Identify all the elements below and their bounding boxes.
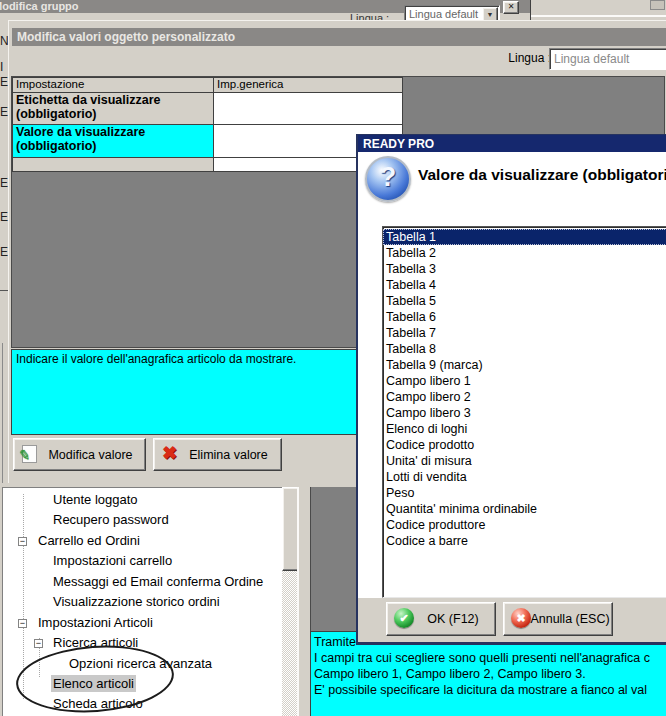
edge-letter: I [0,60,3,74]
list-item[interactable]: Tabella 7 [383,325,666,341]
edge-line [2,343,3,483]
collapse-icon[interactable]: − [18,537,27,546]
list-item[interactable]: Tabella 2 [383,245,666,261]
panel-edge-highlight [531,15,666,17]
dialog-heading: Valore da visualizzare (obbligatorio) [418,166,666,184]
collapse-icon[interactable]: − [34,639,43,648]
modify-value-label: Modifica valore [36,439,145,470]
tree-item-storico-ordini[interactable]: Visualizzazione storico ordini [3,592,282,612]
table-row[interactable] [13,158,403,172]
tree-item-impostazioni-carrello[interactable]: Impostazioni carrello [3,551,282,571]
edge-letter: E [0,75,8,89]
list-item[interactable]: Quantita' minima ordinabile [383,501,666,517]
close-icon[interactable]: ✕ [503,1,519,14]
cancel-label: Annulla (ESC) [530,603,610,635]
list-item[interactable]: Unita' di misura [383,453,666,469]
list-item[interactable]: Elenco di loghi [383,421,666,437]
screen: { "icons": { "close": "✕", "dropdown": "… [0,0,666,716]
background-language-value: Lingua default [409,8,478,20]
tree-scrollbar[interactable] [282,487,297,716]
tree-item-recupero-password[interactable]: Recupero password [3,510,282,530]
occluded-window-edge: N I E E E E E [0,28,8,483]
edit-note-icon: ✎ [22,445,37,463]
modify-value-button[interactable]: ✎ Modifica valore [13,438,146,471]
list-item[interactable]: Campo libero 2 [383,389,666,405]
setting-label-empty[interactable] [13,158,214,172]
settings-table: Impostazione Imp.generica Etichetta da v… [12,77,403,172]
help-line: E' possibile specificare la dicitura da … [311,682,666,698]
list-item[interactable]: Codice a barre [383,533,666,549]
language-label: Lingua : [497,51,551,65]
table-header-row: Impostazione Imp.generica [13,78,403,93]
question-icon: ? [365,156,411,202]
edge-letter: E [0,210,8,224]
tree-item-impostazioni-articoli[interactable]: − Impostazioni Articoli [3,613,282,633]
list-item[interactable]: Tabella 1 [383,229,666,245]
edge-letter: E [0,245,8,259]
edge-letter: E [0,105,8,119]
list-item[interactable]: Tabella 6 [383,309,666,325]
list-item[interactable]: Peso [383,485,666,501]
setting-value-cell[interactable] [214,93,403,125]
cancel-button[interactable]: ✖ Annulla (ESC) [503,602,613,636]
question-glyph: ? [367,162,409,193]
edge-letter: N [0,34,8,48]
list-item[interactable]: Tabella 4 [383,277,666,293]
edge-letter: E [0,176,8,190]
window-button-fragment [650,0,665,10]
edit-values-titlebar[interactable]: Modifica valori oggetto personalizzato [12,28,666,46]
list-item[interactable]: Campo libero 1 [383,373,666,389]
list-item[interactable]: Tabella 5 [383,293,666,309]
column-header-impostazione[interactable]: Impostazione [13,78,214,93]
ready-pro-title: READY PRO [363,137,434,151]
ok-button[interactable]: ✔ OK (F12) [386,602,496,636]
delete-value-label: Elimina valore [176,439,281,470]
list-item[interactable]: Tabella 3 [383,261,666,277]
pencil-icon: ✎ [18,446,32,463]
list-item[interactable]: Tabella 9 (marca) [383,357,666,373]
list-item[interactable]: Tabella 8 [383,341,666,357]
help-line: I campi tra cui scegliere sono quelli pr… [311,650,666,666]
list-item[interactable]: Codice prodotto [383,437,666,453]
edit-values-title: Modifica valori oggetto personalizzato [17,30,235,44]
setting-label-etichetta[interactable]: Etichetta da visualizzare (obbligatorio) [13,93,214,125]
list-item[interactable]: Lotti di vendita [383,469,666,485]
collapse-icon[interactable]: − [18,619,27,628]
list-item[interactable]: Codice produttore [383,517,666,533]
info-text: Indicare il valore dell'anagrafica artic… [16,352,296,366]
tree-item-utente-loggato[interactable]: Utente loggato [3,490,282,510]
ready-pro-titlebar[interactable]: READY PRO [358,135,666,152]
help-line: Campo libero 1, Campo libero 2, Campo li… [311,666,666,682]
edge-line [0,290,8,291]
setting-label-valore[interactable]: Valore da visualizzare (obbligatorio) [13,125,214,158]
ready-pro-dialog: READY PRO ? Valore da visualizzare (obbl… [356,134,666,645]
red-x-icon: ✖ [162,442,177,464]
check-icon: ✔ [394,608,414,628]
language-value: Lingua default [554,52,629,66]
tree-item-messaggi-email[interactable]: Messaggi ed Email conferma Ordine [3,572,282,592]
cancel-x-icon: ✖ [511,608,531,628]
tree-item-carrello-ed-ordini[interactable]: − Carrello ed Ordini [3,531,282,551]
panel-divider [297,487,299,716]
table-row[interactable]: Etichetta da visualizzare (obbligatorio) [13,93,403,125]
table-row[interactable]: Valore da visualizzare (obbligatorio) [13,125,403,158]
background-window-title: Modifica gruppo [0,0,79,12]
column-header-imp-generica[interactable]: Imp.generica [214,78,403,93]
language-combobox[interactable]: Lingua default [549,48,666,70]
delete-value-button[interactable]: ✖ Elimina valore [153,438,282,471]
list-item[interactable]: Campo libero 3 [383,405,666,421]
ok-label: OK (F12) [413,603,493,635]
value-listbox[interactable]: Tabella 1 Tabella 2 Tabella 3 Tabella 4 … [382,226,666,598]
